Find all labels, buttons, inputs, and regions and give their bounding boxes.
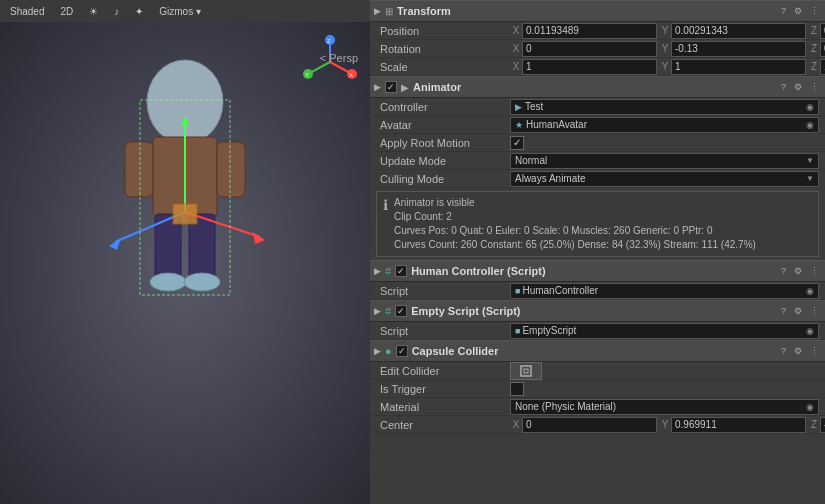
scale-y-label: Y <box>659 61 671 72</box>
scale-y-input[interactable] <box>671 59 806 75</box>
center-label: Center <box>380 419 510 431</box>
apply-root-motion-checkbox[interactable] <box>510 136 524 150</box>
rot-z-label: Z <box>808 43 820 54</box>
info-line1: Animator is visible <box>394 196 756 210</box>
empty-script-icon: ■ <box>515 326 520 336</box>
material-field-container: None (Physic Material) ◉ <box>510 399 819 415</box>
human-controller-arrow[interactable]: ▶ <box>374 266 381 276</box>
empty-script-settings[interactable]: ⚙ <box>792 306 804 316</box>
avatar-arrow: ◉ <box>806 120 814 130</box>
center-y-label: Y <box>659 419 671 430</box>
capsule-collider-arrow[interactable]: ▶ <box>374 346 381 356</box>
center-y-input[interactable] <box>671 417 806 433</box>
capsule-collider-settings[interactable]: ⚙ <box>792 346 804 356</box>
scene-view[interactable]: Z X Y < Persp <box>0 22 370 504</box>
is-trigger-checkbox[interactable] <box>510 382 524 396</box>
rot-x-input[interactable] <box>522 41 657 57</box>
position-fields: X Y Z <box>510 23 825 39</box>
info-line2: Clip Count: 2 <box>394 210 756 224</box>
empty-script-field[interactable]: ■ EmptyScript ◉ <box>510 323 819 339</box>
rot-z-input[interactable] <box>820 41 825 57</box>
empty-script-title: Empty Script (Script) <box>411 305 775 317</box>
capsule-collider-overflow[interactable]: ⋮ <box>808 346 821 356</box>
shading-button[interactable]: Shaded <box>6 5 48 18</box>
capsule-collider-checkbox[interactable]: ✓ <box>396 345 408 357</box>
human-controller-help[interactable]: ? <box>779 266 788 276</box>
svg-marker-22 <box>109 238 121 250</box>
human-controller-overflow[interactable]: ⋮ <box>808 266 821 276</box>
audio-button[interactable]: ♪ <box>110 5 123 18</box>
animator-settings[interactable]: ⚙ <box>792 82 804 92</box>
empty-script-arrow: ◉ <box>806 326 814 336</box>
empty-script-header[interactable]: ▶ # ✓ Empty Script (Script) ? ⚙ ⋮ <box>370 300 825 322</box>
edit-collider-row: Edit Collider <box>370 362 825 380</box>
capsule-collider-help[interactable]: ? <box>779 346 788 356</box>
empty-script-help[interactable]: ? <box>779 306 788 316</box>
animator-enabled-checkbox[interactable]: ✓ <box>385 81 397 93</box>
transform-arrow[interactable]: ▶ <box>374 6 381 16</box>
human-controller-header[interactable]: ▶ # ✓ Human Controller (Script) ? ⚙ ⋮ <box>370 260 825 282</box>
human-controller-script-field[interactable]: ■ HumanController ◉ <box>510 283 819 299</box>
controller-field[interactable]: ▶ Test ◉ <box>510 99 819 115</box>
transform-header[interactable]: ▶ ⊞ Transform ? ⚙ ⋮ <box>370 0 825 22</box>
material-field[interactable]: None (Physic Material) ◉ <box>510 399 819 415</box>
edit-collider-button[interactable] <box>510 362 542 380</box>
avatar-field-icon: ★ <box>515 120 523 130</box>
update-mode-dropdown[interactable]: Normal ▼ <box>510 153 819 169</box>
human-controller-script-arrow: ◉ <box>806 286 814 296</box>
transform-settings[interactable]: ⚙ <box>792 6 804 16</box>
edit-collider-label: Edit Collider <box>380 365 510 377</box>
pos-z-label: Z <box>808 25 820 36</box>
center-z-input[interactable] <box>820 417 825 433</box>
effects-button[interactable]: ✦ <box>131 5 147 18</box>
scale-x-label: X <box>510 61 522 72</box>
pos-y-input[interactable] <box>671 23 806 39</box>
animator-overflow[interactable]: ⋮ <box>808 82 821 92</box>
culling-mode-field-container: Always Animate ▼ <box>510 171 819 187</box>
pos-y-label: Y <box>659 25 671 36</box>
culling-mode-row: Culling Mode Always Animate ▼ <box>370 170 825 188</box>
culling-mode-label: Culling Mode <box>380 173 510 185</box>
empty-script-checkbox[interactable]: ✓ <box>395 305 407 317</box>
avatar-row: Avatar ★ HumanAvatar ◉ <box>370 116 825 134</box>
svg-rect-11 <box>125 142 153 197</box>
transform-help[interactable]: ? <box>779 6 788 16</box>
center-x-input[interactable] <box>522 417 657 433</box>
scale-label: Scale <box>380 61 510 73</box>
avatar-value: HumanAvatar <box>526 119 587 130</box>
human-controller-script-container: ■ HumanController ◉ <box>510 283 819 299</box>
position-row: Position X Y Z <box>370 22 825 40</box>
viewport: Shaded 2D ☀ ♪ ✦ Gizmos ▾ Z X Y < Persp <box>0 0 370 504</box>
transform-icon: ⊞ <box>385 6 393 17</box>
culling-mode-dropdown[interactable]: Always Animate ▼ <box>510 171 819 187</box>
human-controller-settings[interactable]: ⚙ <box>792 266 804 276</box>
scale-z-input[interactable] <box>820 59 825 75</box>
animator-header[interactable]: ▶ ✓ ▶ Animator ? ⚙ ⋮ <box>370 76 825 98</box>
gizmos-button[interactable]: Gizmos ▾ <box>155 5 205 18</box>
lighting-button[interactable]: ☀ <box>85 5 102 18</box>
rotation-fields: X Y Z <box>510 41 825 57</box>
svg-rect-24 <box>173 204 197 224</box>
pos-z-input[interactable] <box>820 23 825 39</box>
svg-point-15 <box>150 273 186 291</box>
rot-x-label: X <box>510 43 522 54</box>
svg-text:Y: Y <box>305 72 309 78</box>
capsule-collider-header[interactable]: ▶ ● ✓ Capsule Collider ? ⚙ ⋮ <box>370 340 825 362</box>
update-mode-arrow: ▼ <box>806 156 814 165</box>
avatar-field[interactable]: ★ HumanAvatar ◉ <box>510 117 819 133</box>
animator-help[interactable]: ? <box>779 82 788 92</box>
rot-y-input[interactable] <box>671 41 806 57</box>
scale-x-input[interactable] <box>522 59 657 75</box>
2d-button[interactable]: 2D <box>56 5 77 18</box>
info-line4: Curves Count: 260 Constant: 65 (25.0%) D… <box>394 238 756 252</box>
empty-script-overflow[interactable]: ⋮ <box>808 306 821 316</box>
center-fields: X Y Z <box>510 417 825 433</box>
human-controller-checkbox[interactable]: ✓ <box>395 265 407 277</box>
edit-collider-icon <box>519 364 533 378</box>
pos-x-input[interactable] <box>522 23 657 39</box>
animator-info-text: Animator is visible Clip Count: 2 Curves… <box>394 196 756 252</box>
transform-overflow[interactable]: ⋮ <box>808 6 821 16</box>
update-mode-field-container: Normal ▼ <box>510 153 819 169</box>
empty-script-arrow[interactable]: ▶ <box>374 306 381 316</box>
animator-arrow[interactable]: ▶ <box>374 82 381 92</box>
